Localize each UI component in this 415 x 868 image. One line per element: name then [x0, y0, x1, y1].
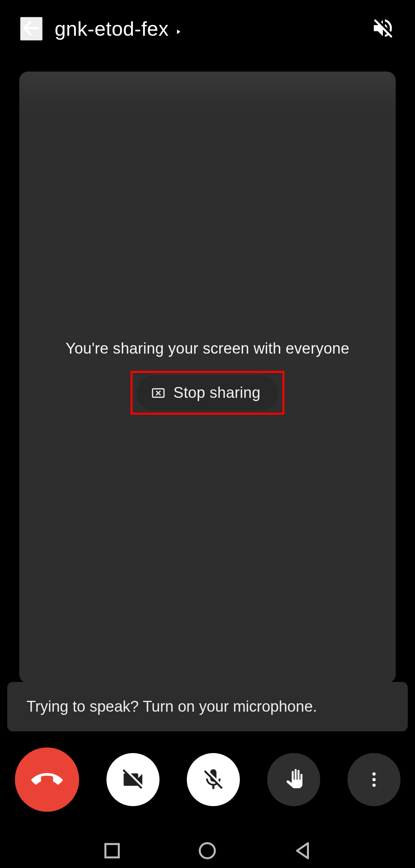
speaker-toggle-button[interactable]: [371, 16, 395, 41]
camera-toggle-button[interactable]: [106, 753, 159, 806]
mic-off-icon: [201, 767, 226, 792]
stop-sharing-label: Stop sharing: [174, 384, 261, 401]
stop-screen-share-icon: [151, 386, 166, 400]
svg-point-2: [372, 778, 376, 781]
android-nav-bar: [0, 841, 415, 861]
presentation-tile: You're sharing your screen with everyone…: [19, 72, 396, 683]
sharing-message: You're sharing your screen with everyone: [65, 340, 349, 357]
more-options-button[interactable]: [348, 753, 401, 806]
meeting-code-label: gnk-etod-fex: [55, 17, 169, 41]
hand-icon: [282, 768, 305, 791]
call-controls: [0, 747, 415, 812]
meeting-code[interactable]: gnk-etod-fex: [55, 17, 182, 41]
highlight-box: Stop sharing: [131, 371, 285, 415]
arrow-left-icon: [21, 18, 42, 39]
call-end-icon: [31, 764, 63, 795]
more-vert-icon: [364, 770, 384, 789]
mic-toggle-button[interactable]: [187, 753, 240, 806]
nav-recent-button[interactable]: [102, 841, 122, 861]
header: gnk-etod-fex: [0, 0, 415, 51]
volume-off-icon: [371, 16, 395, 40]
svg-point-3: [372, 784, 376, 787]
nav-home-button[interactable]: [197, 841, 217, 861]
mic-hint-text: Trying to speak? Turn on your microphone…: [27, 698, 388, 715]
end-call-button[interactable]: [15, 747, 79, 812]
videocam-off-icon: [121, 767, 145, 792]
svg-rect-4: [105, 844, 119, 857]
raise-hand-button[interactable]: [267, 753, 320, 806]
svg-point-1: [372, 772, 376, 776]
back-button[interactable]: [20, 17, 43, 41]
square-icon: [102, 841, 122, 861]
circle-icon: [197, 841, 217, 861]
stop-sharing-button[interactable]: Stop sharing: [137, 375, 279, 410]
caret-right-icon: [174, 17, 182, 41]
svg-point-5: [200, 843, 215, 858]
mic-hint-toast[interactable]: Trying to speak? Turn on your microphone…: [7, 682, 408, 731]
nav-back-button[interactable]: [293, 841, 313, 861]
triangle-left-icon: [293, 841, 313, 861]
